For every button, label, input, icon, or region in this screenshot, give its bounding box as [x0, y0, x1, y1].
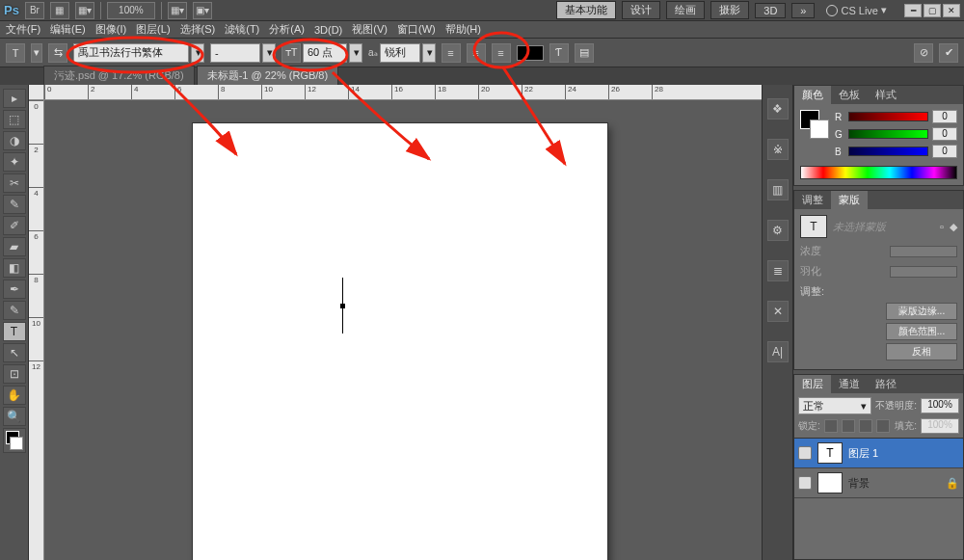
workspace-design[interactable]: 设计	[622, 1, 660, 19]
tab-styles[interactable]: 样式	[868, 86, 904, 104]
tool-8[interactable]: ◧	[3, 258, 26, 278]
value-r[interactable]: 0	[932, 110, 957, 123]
align-center-icon[interactable]: ≡	[467, 43, 486, 63]
view-extras-icon[interactable]: ▦▾	[75, 2, 94, 19]
align-right-icon[interactable]: ≡	[492, 43, 511, 63]
align-left-icon[interactable]: ≡	[442, 43, 461, 63]
feather-slider[interactable]	[890, 266, 957, 278]
menu-window[interactable]: 窗口(W)	[397, 22, 436, 37]
tab-channels[interactable]: 通道	[831, 375, 868, 393]
max-button[interactable]: ▢	[924, 4, 941, 17]
vis-icon[interactable]	[798, 476, 812, 490]
tab-adjust[interactable]: 调整	[794, 191, 831, 209]
commit-edit-icon[interactable]: ✔	[939, 43, 958, 63]
tool-12[interactable]: ↖	[3, 343, 26, 362]
tab-swatches[interactable]: 色板	[831, 86, 868, 104]
tab-layers[interactable]: 图层	[794, 375, 831, 393]
menu-3d[interactable]: 3D(D)	[314, 24, 342, 36]
dock-icon-3[interactable]: ⚙	[767, 220, 789, 241]
dock-icon-1[interactable]: ※	[767, 139, 789, 160]
invert-button[interactable]: 反相	[886, 343, 957, 360]
opacity-field[interactable]: 100%	[921, 398, 959, 413]
warp-text-icon[interactable]: Ƭ	[549, 43, 569, 63]
menu-filter[interactable]: 滤镜(T)	[225, 22, 259, 37]
slider-b[interactable]	[848, 147, 928, 156]
text-color-swatch[interactable]	[517, 45, 544, 61]
workspace-more[interactable]: »	[791, 3, 815, 18]
vector-mask-icon[interactable]: ◆	[950, 221, 957, 233]
font-size-drop[interactable]: ▾	[349, 43, 362, 63]
screenmode-icon[interactable]: ▣▾	[193, 2, 212, 19]
vis-icon[interactable]	[798, 446, 812, 460]
font-family-field[interactable]: 禹卫书法行书繁体	[73, 43, 189, 63]
pixel-mask-icon[interactable]: ▫	[940, 221, 944, 232]
color-swatch-tool[interactable]	[3, 428, 26, 453]
menu-file[interactable]: 文件(F)	[6, 22, 40, 37]
lock-trans-icon[interactable]	[824, 419, 838, 433]
doc-tab-0[interactable]: 污迹.psd @ 17.2% (RGB/8)	[43, 66, 195, 85]
canvas-area[interactable]: 0246810121416182022242628 024681012	[29, 85, 762, 560]
bridge-icon[interactable]: Br	[25, 2, 44, 19]
menu-analysis[interactable]: 分析(A)	[269, 22, 305, 37]
tool-14[interactable]: ✋	[3, 386, 26, 405]
dock-icon-4[interactable]: ≣	[767, 260, 789, 281]
workspace-3d[interactable]: 3D	[755, 3, 786, 18]
menu-help[interactable]: 帮助(H)	[445, 22, 481, 37]
mask-thumb[interactable]: T	[800, 215, 827, 238]
tool-1[interactable]: ⬚	[3, 110, 26, 129]
font-size-field[interactable]: 60 点	[303, 43, 347, 63]
workspace-photo[interactable]: 摄影	[710, 1, 749, 19]
tab-mask[interactable]: 蒙版	[831, 191, 868, 209]
document-canvas[interactable]	[193, 123, 607, 560]
tool-0[interactable]: ▸	[3, 89, 26, 108]
tool-preset-icon[interactable]: T	[6, 43, 25, 63]
font-style-field[interactable]: -	[210, 43, 260, 63]
lock-pos-icon[interactable]	[859, 419, 872, 433]
menu-image[interactable]: 图像(I)	[95, 22, 126, 37]
tool-preset-drop[interactable]: ▾	[31, 43, 42, 63]
zoom-field[interactable]: 100%	[107, 2, 155, 19]
dock-icon-2[interactable]: ▥	[767, 179, 789, 200]
layer-row-0[interactable]: T图层 1	[794, 439, 963, 468]
menu-layer[interactable]: 图层(L)	[136, 22, 170, 37]
minibridge-icon[interactable]: ▦	[50, 2, 69, 19]
tool-3[interactable]: ✦	[3, 152, 26, 172]
slider-g[interactable]	[848, 129, 928, 139]
doc-tab-1[interactable]: 未标题-1 @ 22% (RGB/8)	[197, 66, 338, 85]
color-swatch[interactable]	[800, 110, 829, 139]
antialias-drop[interactable]: ▾	[422, 43, 436, 63]
tool-10[interactable]: ✎	[3, 301, 26, 320]
font-style-drop[interactable]: ▾	[262, 43, 276, 63]
tool-13[interactable]: ⊡	[3, 364, 26, 384]
tool-7[interactable]: ▰	[3, 237, 26, 256]
tool-15[interactable]: 🔍	[3, 407, 26, 426]
density-slider[interactable]	[890, 246, 957, 257]
tool-6[interactable]: ✐	[3, 216, 26, 235]
menu-view[interactable]: 视图(V)	[352, 22, 388, 37]
orientation-toggle[interactable]: ⇆	[48, 43, 67, 63]
character-panel-icon[interactable]: ▤	[575, 43, 594, 63]
close-button[interactable]: ✕	[943, 4, 960, 17]
value-b[interactable]: 0	[932, 145, 957, 158]
cslive-button[interactable]: CS Live▾	[826, 4, 887, 16]
antialias-field[interactable]: 锐利	[380, 43, 420, 63]
tool-2[interactable]: ◑	[3, 131, 26, 150]
menu-select[interactable]: 选择(S)	[180, 22, 216, 37]
tool-4[interactable]: ✂	[3, 173, 26, 193]
tab-color[interactable]: 颜色	[794, 86, 831, 104]
color-range-button[interactable]: 颜色范围...	[886, 323, 957, 340]
workspace-basic[interactable]: 基本功能	[556, 1, 616, 19]
cancel-edit-icon[interactable]: ⊘	[914, 43, 933, 63]
menu-edit[interactable]: 编辑(E)	[50, 22, 86, 37]
slider-r[interactable]	[848, 112, 928, 121]
tool-5[interactable]: ✎	[3, 195, 26, 214]
layer-row-1[interactable]: 背景🔒	[794, 468, 963, 498]
font-family-drop[interactable]: ▾	[191, 43, 204, 63]
arrange-icon[interactable]: ▦▾	[168, 2, 187, 19]
value-g[interactable]: 0	[932, 127, 957, 141]
spectrum-bar[interactable]	[800, 166, 957, 179]
dock-icon-0[interactable]: ❖	[767, 98, 789, 120]
mask-edge-button[interactable]: 蒙版边缘...	[886, 303, 957, 320]
lock-pixels-icon[interactable]	[842, 419, 855, 433]
blend-mode-field[interactable]: 正常▾	[798, 397, 871, 414]
